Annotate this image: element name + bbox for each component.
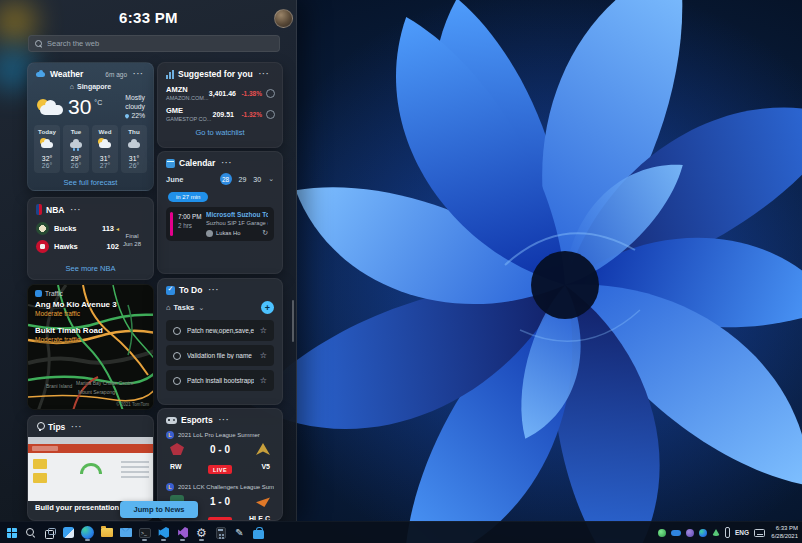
calendar-day[interactable]: 30 [253, 176, 261, 183]
more-options-icon[interactable] [69, 424, 84, 430]
stock-detail-button[interactable] [266, 89, 275, 98]
calendar-widget[interactable]: Calendar June 28 29 30 ⌄ in 27 min 7:00 … [157, 151, 283, 274]
edge-tray-icon[interactable] [699, 529, 707, 537]
weather-location: Singapore [28, 83, 153, 90]
task-row[interactable]: Patch new,open,save,edi... ☆ [166, 320, 274, 341]
more-options-icon[interactable] [131, 71, 146, 77]
task-row[interactable]: Validation file by name ☆ [166, 345, 274, 366]
pen-battery-icon[interactable] [725, 527, 730, 538]
stocks-widget[interactable]: Suggested for you AMZN AMAZON.COM... 3,4… [157, 62, 283, 148]
event-duration: 2 hrs [178, 222, 202, 229]
calendar-day[interactable]: 29 [239, 176, 247, 183]
onedrive-tray-icon[interactable] [671, 530, 681, 536]
tips-preview-image [28, 437, 154, 501]
taskbar-search-button[interactable] [22, 524, 39, 542]
see-full-forecast-link[interactable]: See full forecast [28, 178, 153, 187]
task-complete-checkbox[interactable] [173, 327, 181, 335]
more-options-icon[interactable] [217, 417, 232, 423]
partly-sunny-icon [36, 99, 65, 117]
panel-scrollbar[interactable] [292, 300, 295, 342]
hawks-team-logo [36, 240, 49, 253]
stocks-title: Suggested for you [178, 69, 253, 79]
go-to-watchlist-link[interactable]: Go to watchlist [158, 128, 282, 137]
weather-temp: 30 [68, 97, 91, 117]
calculator-icon[interactable] [212, 524, 229, 542]
stock-symbol: AMZN [166, 85, 209, 94]
widgets-button[interactable] [60, 524, 77, 542]
league-name: 2021 LoL Pro League Summer [178, 432, 260, 438]
event-time: 7:00 PM [178, 213, 202, 220]
more-options-icon[interactable] [257, 71, 272, 77]
sync-icon[interactable]: ↻ [262, 229, 268, 237]
search-input[interactable] [47, 39, 273, 48]
traffic-road-name: Bukit Timah Road [35, 326, 146, 335]
add-task-button[interactable]: + [261, 301, 274, 314]
feedback-hub-icon[interactable] [231, 524, 248, 542]
league-name: 2021 LCK Challengers League Summer [178, 484, 274, 490]
stock-company: GAMESTOP CO... [166, 116, 212, 122]
rain-icon [68, 138, 84, 149]
edge-browser-icon[interactable] [79, 524, 96, 542]
chevron-down-icon[interactable]: ⌄ [268, 175, 274, 183]
precipitation-icon: 22% [125, 112, 145, 119]
star-icon[interactable]: ☆ [260, 326, 267, 335]
calendar-month[interactable]: June [166, 175, 184, 184]
traffic-widget[interactable]: Traffic Ang Mo Kio Avenue 3 Moderate tra… [27, 284, 154, 410]
more-options-icon[interactable] [68, 207, 83, 213]
traffic-road-status: Moderate traffic [35, 336, 146, 343]
visual-studio-icon[interactable] [174, 524, 191, 542]
calendar-day-selected[interactable]: 28 [220, 173, 232, 185]
system-clock[interactable]: 6:33 PM 6/28/2021 [770, 525, 798, 540]
terminal-icon[interactable] [136, 524, 153, 542]
stock-change: -1.32% [234, 111, 262, 118]
calendar-event[interactable]: 7:00 PM 2 hrs Microsoft Suzhou Toa... Su… [166, 207, 274, 241]
nba-widget[interactable]: NBA Bucks 113 Hawks 102 [27, 197, 154, 280]
settings-icon[interactable] [193, 524, 210, 542]
more-options-icon[interactable] [219, 160, 234, 166]
weather-unit[interactable]: °C [94, 99, 102, 106]
stock-row[interactable]: AMZN AMAZON.COM... 3,401.46 -1.38% [158, 82, 282, 103]
map-attribution: © 2021 TomTom [116, 402, 149, 407]
star-icon[interactable]: ☆ [260, 351, 267, 360]
nba-logo-icon [36, 204, 42, 215]
stock-row[interactable]: GME GAMESTOP CO... 209.51 -1.32% [158, 103, 282, 124]
task-row[interactable]: Patch install bootstrapp... ☆ [166, 370, 274, 391]
nba-title: NBA [46, 205, 64, 215]
microsoft-store-icon[interactable] [250, 524, 267, 542]
task-complete-checkbox[interactable] [173, 377, 181, 385]
task-view-button[interactable] [41, 524, 58, 542]
event-countdown-badge: in 27 min [168, 192, 208, 202]
file-explorer-icon[interactable] [98, 524, 115, 542]
tray-app-icon[interactable] [658, 529, 666, 537]
todo-list-selector[interactable]: Tasks [166, 303, 205, 312]
touch-keyboard-icon[interactable] [754, 529, 765, 537]
web-search-bar[interactable] [28, 35, 280, 52]
game-status: Final [125, 233, 138, 239]
jump-to-news-button[interactable]: Jump to News [120, 501, 198, 518]
weather-widget[interactable]: Weather 6m ago Singapore 30 °C Mostly cl… [27, 62, 154, 191]
task-text: Patch install bootstrapp... [187, 377, 254, 384]
todo-widget[interactable]: To Do Tasks + Patch new,open,save,edi...… [157, 278, 283, 405]
search-icon [35, 40, 42, 47]
calendar-icon [166, 159, 175, 168]
teams-tray-icon[interactable] [686, 529, 694, 537]
see-more-nba-link[interactable]: See more NBA [28, 264, 153, 273]
team-v5-logo [256, 443, 270, 455]
task-text: Validation file by name [187, 352, 254, 359]
mail-app-icon[interactable] [117, 524, 134, 542]
lightbulb-icon [36, 422, 44, 432]
widgets-panel: 6:33 PM Weather 6m ago Singapore 30 °C M… [0, 0, 297, 521]
user-avatar[interactable] [274, 9, 293, 28]
panel-clock: 6:33 PM [0, 9, 297, 26]
tray-app-icon[interactable] [712, 529, 720, 536]
more-options-icon[interactable] [206, 287, 221, 293]
partly-sunny-icon [97, 138, 113, 149]
stock-company: AMAZON.COM... [166, 95, 209, 101]
traffic-title: Traffic [45, 290, 63, 297]
star-icon[interactable]: ☆ [260, 376, 267, 385]
start-button[interactable] [3, 524, 20, 542]
task-complete-checkbox[interactable] [173, 352, 181, 360]
vs-code-icon[interactable] [155, 524, 172, 542]
language-indicator[interactable]: ENG [735, 529, 749, 536]
stock-detail-button[interactable] [266, 110, 275, 119]
